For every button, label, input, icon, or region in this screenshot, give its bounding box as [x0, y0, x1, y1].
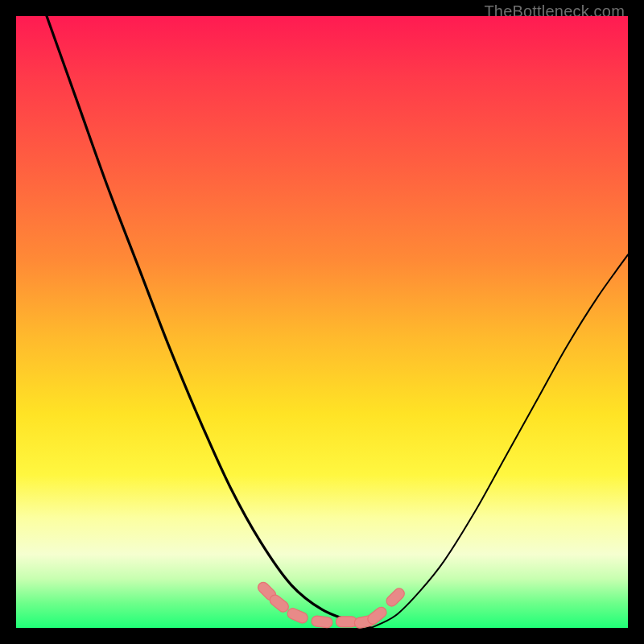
chart-frame: TheBottleneck.com	[0, 0, 644, 644]
valley-marker	[336, 617, 357, 627]
plot-area	[16, 16, 628, 628]
curves-group	[47, 16, 628, 628]
valley-marker	[384, 586, 407, 609]
valley-marker	[286, 607, 309, 625]
valley-marker	[311, 615, 332, 628]
right-curve	[371, 254, 628, 628]
curve-layer	[16, 16, 628, 628]
left-curve	[47, 16, 371, 628]
